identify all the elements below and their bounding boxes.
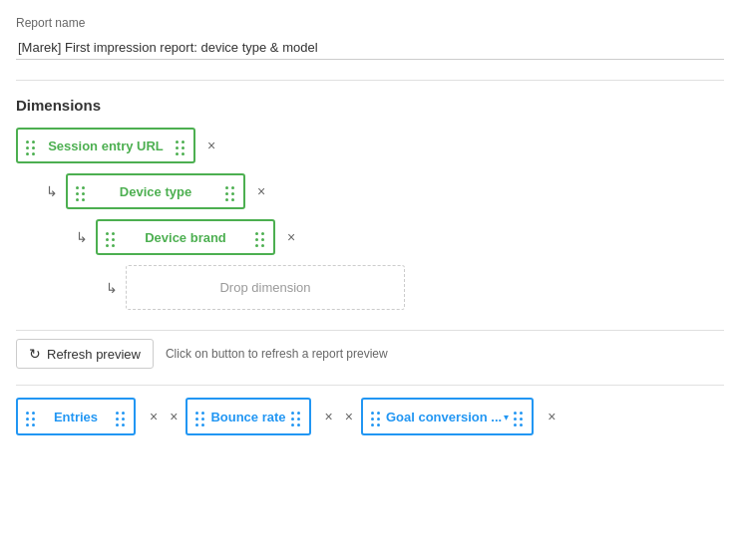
dimension-row-session-entry-url: Session entry URL × (16, 128, 724, 163)
metric-separator-1: × (170, 409, 178, 424)
remove-device-brand-button[interactable]: × (283, 227, 299, 247)
drag-handle-right-session (176, 135, 185, 156)
remove-goal-conversion-button[interactable]: × (544, 407, 559, 426)
remove-device-type-button[interactable]: × (253, 181, 269, 201)
drag-handle-left-device-type (76, 180, 86, 202)
metrics-section: Entries × × (16, 385, 724, 435)
dimension-chip-device-type[interactable]: Device type (66, 173, 245, 209)
drag-handle-left-device-brand (106, 226, 116, 248)
dimension-row-device-brand: ↳ Device brand (76, 219, 724, 255)
metric-chip-entries[interactable]: Entries (16, 398, 136, 435)
metric-chip-bounce-rate[interactable]: Bounce rate (185, 398, 310, 435)
dimension-row-drop-zone: ↳ Drop dimension (106, 265, 724, 310)
indent-arrow-device-type: ↳ (46, 183, 58, 199)
metric-chip-goal-conversion[interactable]: Goal conversion ... ▾ (361, 398, 534, 435)
dimension-row-device-type: ↳ Device type (46, 173, 724, 209)
dimensions-title: Dimensions (16, 97, 724, 114)
entries-label: Entries (41, 410, 111, 424)
page-container: Report name Dimensions Session entry URL (0, 0, 740, 451)
report-name-input[interactable] (16, 36, 724, 60)
drag-handle-right-goal (514, 406, 524, 427)
dimension-chip-device-brand[interactable]: Device brand (96, 219, 275, 255)
drag-handle-left-entries (26, 406, 36, 427)
refresh-button-label: Refresh preview (47, 347, 141, 362)
metric-separator-2: × (345, 409, 353, 424)
indent-arrow-drop: ↳ (106, 280, 118, 296)
drag-handle-left-bounce (195, 406, 205, 427)
goal-conversion-dropdown-arrow[interactable]: ▾ (504, 412, 509, 422)
drag-handle-left-goal (371, 406, 381, 427)
drag-handle-right-entries (116, 406, 126, 427)
report-name-label: Report name (16, 16, 724, 30)
remove-session-entry-url-button[interactable]: × (203, 136, 219, 155)
refresh-preview-button[interactable]: ↻ Refresh preview (16, 339, 154, 369)
refresh-icon: ↻ (29, 346, 41, 362)
drag-handle-right-bounce (291, 406, 301, 427)
goal-conversion-label: Goal conversion ... (386, 410, 502, 424)
device-brand-label: Device brand (122, 230, 249, 245)
refresh-section: ↻ Refresh preview Click on button to ref… (16, 330, 724, 369)
dimension-chip-session-entry-url[interactable]: Session entry URL (16, 128, 195, 163)
remove-entries-button[interactable]: × (146, 407, 162, 426)
drag-handle-right-device-type (225, 180, 235, 202)
indent-arrow-device-brand: ↳ (76, 229, 88, 245)
remove-bounce-rate-button[interactable]: × (321, 407, 337, 426)
drop-dimension-zone[interactable]: Drop dimension (126, 265, 405, 310)
section-divider (16, 80, 724, 81)
dimensions-section: Dimensions Session entry URL (16, 97, 724, 310)
device-type-label: Device type (92, 184, 219, 199)
report-name-section: Report name (16, 16, 724, 60)
drag-handle-left-session (26, 135, 36, 156)
session-entry-url-label: Session entry URL (42, 139, 170, 153)
refresh-hint-text: Click on button to refresh a report prev… (166, 347, 388, 361)
bounce-rate-label: Bounce rate (210, 410, 285, 424)
drag-handle-right-device-brand (255, 226, 265, 248)
metrics-row: Entries × × (16, 398, 724, 435)
